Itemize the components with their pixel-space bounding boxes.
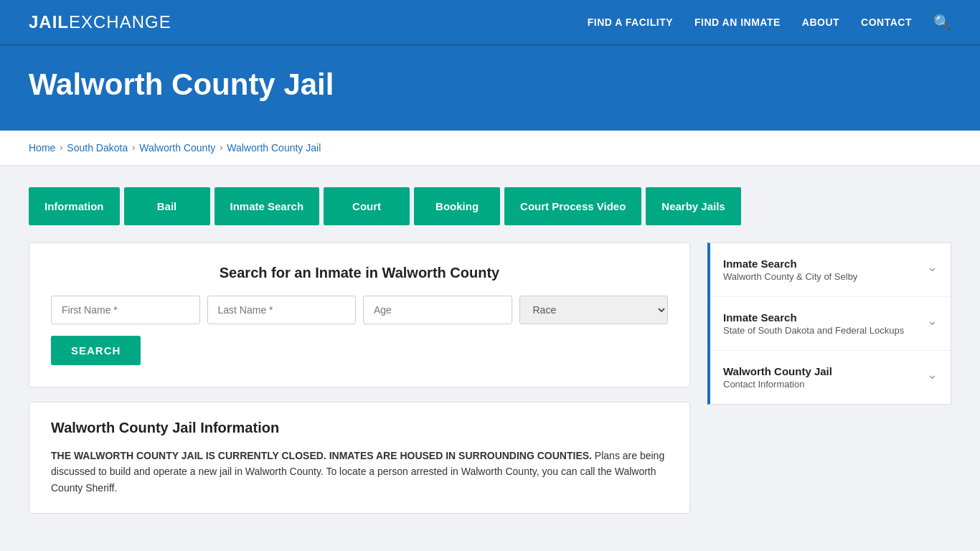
sidebar-item-2-text: Inmate Search State of South Dakota and …: [723, 311, 904, 336]
tab-court[interactable]: Court: [324, 187, 410, 225]
sidebar-item-1-title: Inmate Search: [723, 258, 857, 270]
search-box: Search for an Inmate in Walworth County …: [29, 242, 690, 387]
chevron-down-icon-1: ⌄: [927, 259, 938, 275]
main-container: Information Bail Inmate Search Court Boo…: [0, 166, 980, 535]
age-input[interactable]: [363, 296, 512, 324]
sidebar-item-2-title: Inmate Search: [723, 311, 904, 324]
logo-exchange: EXCHANGE: [69, 12, 171, 32]
search-button[interactable]: SEARCH: [51, 336, 141, 365]
tab-inmate-search[interactable]: Inmate Search: [215, 187, 320, 225]
nav-about[interactable]: ABOUT: [802, 17, 839, 28]
left-column: Search for an Inmate in Walworth County …: [29, 242, 690, 514]
info-body: THE WALWORTH COUNTY JAIL IS CURRENTLY CL…: [51, 448, 668, 496]
nav-contact[interactable]: CONTACT: [861, 17, 912, 28]
chevron-down-icon-2: ⌄: [927, 313, 938, 329]
tab-bar: Information Bail Inmate Search Court Boo…: [29, 187, 951, 225]
header: JAILEXCHANGE FIND A FACILITY FIND AN INM…: [0, 0, 980, 46]
breadcrumb-county[interactable]: Walworth County: [139, 142, 215, 154]
sidebar-item-2-subtitle: State of South Dakota and Federal Lockup…: [723, 325, 904, 336]
hero-section: Walworth County Jail: [0, 46, 980, 131]
search-heading: Search for an Inmate in Walworth County: [51, 265, 668, 281]
tab-court-process-video[interactable]: Court Process Video: [504, 187, 641, 225]
tab-nearby-jails[interactable]: Nearby Jails: [646, 187, 740, 225]
sidebar-item-1-text: Inmate Search Walworth County & City of …: [723, 258, 857, 282]
main-nav: FIND A FACILITY FIND AN INMATE ABOUT CON…: [588, 14, 951, 31]
search-icon-button[interactable]: 🔍: [933, 14, 951, 31]
sidebar-item-1[interactable]: Inmate Search Walworth County & City of …: [710, 243, 951, 297]
breadcrumb: Home › South Dakota › Walworth County › …: [29, 142, 951, 154]
page-title: Walworth County Jail: [29, 67, 951, 102]
breadcrumb-home[interactable]: Home: [29, 142, 55, 154]
first-name-input[interactable]: [51, 296, 200, 324]
sidebar-item-1-subtitle: Walworth County & City of Selby: [723, 271, 857, 282]
last-name-input[interactable]: [207, 296, 357, 324]
logo-jail: JAIL: [29, 12, 69, 32]
content-area: Search for an Inmate in Walworth County …: [29, 242, 951, 514]
sidebar-item-2[interactable]: Inmate Search State of South Dakota and …: [710, 297, 951, 351]
tab-bail[interactable]: Bail: [124, 187, 210, 225]
logo[interactable]: JAILEXCHANGE: [29, 12, 171, 32]
breadcrumb-state[interactable]: South Dakota: [67, 142, 128, 154]
breadcrumb-sep-1: ›: [60, 143, 62, 153]
breadcrumb-sep-2: ›: [132, 143, 135, 153]
tab-booking[interactable]: Booking: [414, 187, 500, 225]
nav-find-inmate[interactable]: FIND AN INMATE: [694, 17, 781, 28]
breadcrumb-sep-3: ›: [220, 143, 222, 153]
sidebar-item-3-text: Walworth County Jail Contact Information: [723, 365, 832, 390]
info-heading: Walworth County Jail Information: [51, 420, 668, 436]
race-select[interactable]: Race White Black Hispanic Asian Native A…: [519, 296, 669, 324]
sidebar-item-3-title: Walworth County Jail: [723, 365, 832, 377]
breadcrumb-bar: Home › South Dakota › Walworth County › …: [0, 131, 980, 166]
search-fields: Race White Black Hispanic Asian Native A…: [51, 296, 668, 324]
sidebar-item-3[interactable]: Walworth County Jail Contact Information…: [710, 351, 951, 404]
tab-information[interactable]: Information: [29, 187, 120, 225]
chevron-down-icon-3: ⌄: [927, 367, 938, 382]
sidebar-item-3-subtitle: Contact Information: [723, 379, 832, 390]
right-column: Inmate Search Walworth County & City of …: [707, 242, 951, 514]
sidebar-card: Inmate Search Walworth County & City of …: [707, 242, 951, 405]
info-box: Walworth County Jail Information THE WAL…: [29, 402, 690, 514]
nav-find-facility[interactable]: FIND A FACILITY: [588, 17, 673, 28]
info-bold: THE WALWORTH COUNTY JAIL IS CURRENTLY CL…: [51, 450, 592, 461]
breadcrumb-current: Walworth County Jail: [227, 142, 321, 154]
